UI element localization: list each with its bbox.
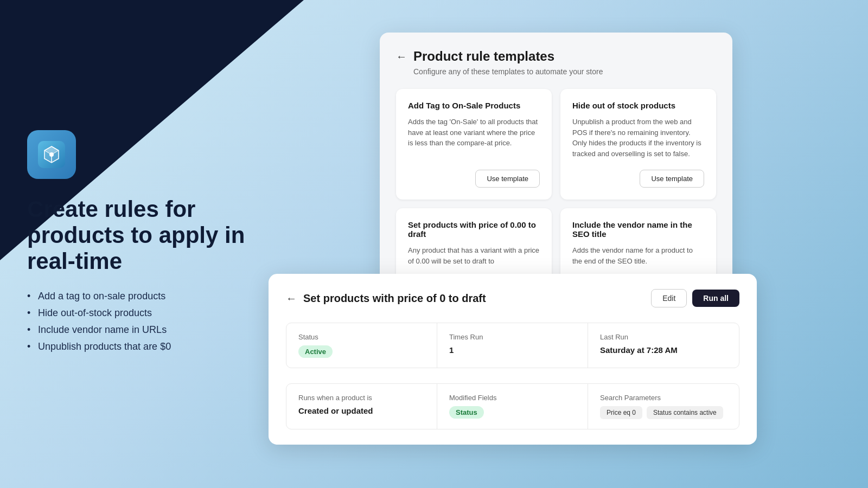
detail-back-arrow-icon[interactable]: ← <box>286 292 297 305</box>
use-template-button-1[interactable]: Use template <box>475 170 540 188</box>
status-badge: Active <box>298 345 333 358</box>
trigger-label: Runs when a product is <box>298 394 425 402</box>
feature-item-2: Hide out-of-stock products <box>27 307 260 319</box>
feature-list: Add a tag to on-sale products Hide out-o… <box>27 291 260 358</box>
app-logo-icon <box>38 141 65 168</box>
use-template-button-2[interactable]: Use template <box>640 170 704 188</box>
trigger-value: Created or updated <box>298 406 425 415</box>
template-card-title-1: Add Tag to On-Sale Products <box>408 101 540 110</box>
detail-card: ← Set products with price of 0 to draft … <box>269 274 757 445</box>
runs-grid: Runs when a product is Created or update… <box>286 383 739 429</box>
template-card-desc-3: Any product that has a variant with a pr… <box>408 245 540 266</box>
detail-title-row: ← Set products with price of 0 to draft <box>286 292 486 305</box>
panel-header: ← Product rule templates <box>396 49 716 64</box>
template-card-title-3: Set products with price of 0.00 to draft <box>408 220 540 239</box>
feature-item-4: Unpublish products that are $0 <box>27 341 260 352</box>
times-run-value: 1 <box>449 345 576 355</box>
back-arrow-icon[interactable]: ← <box>396 50 407 63</box>
header-actions: Edit Run all <box>651 289 739 307</box>
times-run-cell: Times Run 1 <box>437 323 588 368</box>
search-params-label: Search Parameters <box>600 394 727 402</box>
edit-button[interactable]: Edit <box>651 289 687 307</box>
search-param-1: Price eq 0 <box>600 406 642 419</box>
last-run-cell: Last Run Saturday at 7:28 AM <box>588 323 739 368</box>
search-param-2: Status contains active <box>647 406 723 419</box>
search-params-cell: Search Parameters Price eq 0 Status cont… <box>588 384 739 429</box>
templates-panel: ← Product rule templates Configure any o… <box>380 33 732 305</box>
status-label: Status <box>298 333 425 341</box>
stats-grid: Status Active Times Run 1 Last Run Satur… <box>286 323 739 368</box>
svg-point-4 <box>49 152 54 157</box>
last-run-value: Saturday at 7:28 AM <box>600 345 727 355</box>
modified-fields-cell: Modified Fields Status <box>437 384 588 429</box>
panel-subtitle: Configure any of these templates to auto… <box>396 67 716 76</box>
detail-card-title: Set products with price of 0 to draft <box>303 292 486 305</box>
panel-title: Product rule templates <box>413 49 554 64</box>
times-run-label: Times Run <box>449 333 576 341</box>
template-card-desc-4: Adds the vendor name for a product to th… <box>572 245 704 266</box>
modified-fields-badge: Status <box>449 406 484 419</box>
detail-card-header: ← Set products with price of 0 to draft … <box>286 289 739 307</box>
status-cell: Status Active <box>286 323 437 368</box>
template-card-desc-2: Unpublish a product from the web and POS… <box>572 117 704 159</box>
feature-item-3: Include vendor name in URLs <box>27 324 260 336</box>
trigger-cell: Runs when a product is Created or update… <box>286 384 437 429</box>
search-params-list: Price eq 0 Status contains active <box>600 406 727 419</box>
template-card-hide-stock: Hide out of stock products Unpublish a p… <box>560 89 716 200</box>
last-run-label: Last Run <box>600 333 727 341</box>
modified-fields-label: Modified Fields <box>449 394 576 402</box>
hero-title: Create rules for products to apply in re… <box>27 196 260 275</box>
template-card-title-4: Include the vendor name in the SEO title <box>572 220 704 239</box>
feature-item-1: Add a tag to on-sale products <box>27 291 260 302</box>
template-card-desc-1: Adds the tag 'On-Sale' to all products t… <box>408 117 540 159</box>
template-card-title-2: Hide out of stock products <box>572 101 704 110</box>
template-card-add-tag: Add Tag to On-Sale Products Adds the tag… <box>396 89 552 200</box>
app-icon <box>27 130 76 179</box>
runs-section: Runs when a product is Created or update… <box>286 383 739 429</box>
templates-grid: Add Tag to On-Sale Products Adds the tag… <box>396 89 716 289</box>
run-all-button[interactable]: Run all <box>692 290 739 307</box>
